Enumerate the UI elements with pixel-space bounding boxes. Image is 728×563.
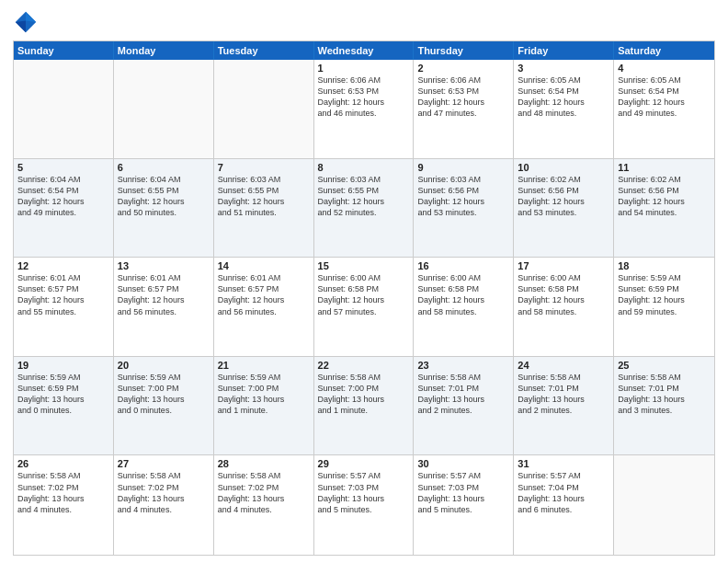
calendar-row-0: 1Sunrise: 6:06 AM Sunset: 6:53 PM Daylig… bbox=[14, 60, 714, 159]
day-number: 19 bbox=[17, 360, 109, 371]
day-cell-8: 8Sunrise: 6:03 AM Sunset: 6:55 PM Daylig… bbox=[314, 159, 415, 258]
day-info: Sunrise: 5:58 AM Sunset: 7:00 PM Dayligh… bbox=[318, 372, 410, 417]
page: SundayMondayTuesdayWednesdayThursdayFrid… bbox=[0, 0, 728, 563]
day-number: 13 bbox=[118, 260, 210, 271]
day-cell-17: 17Sunrise: 6:00 AM Sunset: 6:58 PM Dayli… bbox=[514, 258, 614, 356]
day-cell-26: 26Sunrise: 5:58 AM Sunset: 7:02 PM Dayli… bbox=[14, 455, 114, 555]
empty-cell-0-1 bbox=[114, 60, 214, 158]
day-cell-11: 11Sunrise: 6:02 AM Sunset: 6:56 PM Dayli… bbox=[614, 159, 714, 258]
day-number: 9 bbox=[417, 162, 509, 173]
day-info: Sunrise: 6:03 AM Sunset: 6:55 PM Dayligh… bbox=[318, 174, 410, 219]
day-cell-30: 30Sunrise: 5:57 AM Sunset: 7:03 PM Dayli… bbox=[414, 455, 514, 555]
day-cell-5: 5Sunrise: 6:04 AM Sunset: 6:54 PM Daylig… bbox=[14, 159, 114, 258]
empty-cell-0-2 bbox=[214, 60, 314, 158]
day-number: 28 bbox=[218, 458, 310, 469]
day-number: 30 bbox=[417, 458, 509, 469]
day-number: 16 bbox=[417, 260, 509, 271]
day-info: Sunrise: 6:06 AM Sunset: 6:53 PM Dayligh… bbox=[318, 75, 410, 120]
day-number: 29 bbox=[318, 458, 410, 469]
day-cell-29: 29Sunrise: 5:57 AM Sunset: 7:03 PM Dayli… bbox=[314, 455, 415, 555]
day-cell-12: 12Sunrise: 6:01 AM Sunset: 6:57 PM Dayli… bbox=[14, 258, 114, 356]
day-info: Sunrise: 6:01 AM Sunset: 6:57 PM Dayligh… bbox=[118, 272, 210, 317]
calendar-body: 1Sunrise: 6:06 AM Sunset: 6:53 PM Daylig… bbox=[14, 60, 714, 555]
day-info: Sunrise: 5:58 AM Sunset: 7:02 PM Dayligh… bbox=[218, 470, 310, 515]
day-cell-10: 10Sunrise: 6:02 AM Sunset: 6:56 PM Dayli… bbox=[514, 159, 614, 258]
day-info: Sunrise: 6:00 AM Sunset: 6:58 PM Dayligh… bbox=[518, 272, 609, 317]
calendar-row-1: 5Sunrise: 6:04 AM Sunset: 6:54 PM Daylig… bbox=[14, 159, 714, 259]
day-cell-2: 2Sunrise: 6:06 AM Sunset: 6:53 PM Daylig… bbox=[414, 60, 514, 158]
day-cell-25: 25Sunrise: 5:58 AM Sunset: 7:01 PM Dayli… bbox=[614, 357, 714, 455]
day-info: Sunrise: 5:57 AM Sunset: 7:03 PM Dayligh… bbox=[318, 470, 410, 515]
calendar-row-4: 26Sunrise: 5:58 AM Sunset: 7:02 PM Dayli… bbox=[14, 455, 714, 555]
day-cell-19: 19Sunrise: 5:59 AM Sunset: 6:59 PM Dayli… bbox=[14, 357, 114, 455]
day-number: 22 bbox=[318, 360, 410, 371]
day-number: 1 bbox=[318, 63, 410, 74]
header-cell-thursday: Thursday bbox=[414, 41, 514, 60]
day-number: 6 bbox=[118, 162, 210, 173]
day-info: Sunrise: 6:00 AM Sunset: 6:58 PM Dayligh… bbox=[417, 272, 509, 317]
day-cell-24: 24Sunrise: 5:58 AM Sunset: 7:01 PM Dayli… bbox=[514, 357, 614, 455]
day-number: 8 bbox=[318, 162, 410, 173]
header-cell-saturday: Saturday bbox=[614, 41, 714, 60]
day-info: Sunrise: 5:59 AM Sunset: 7:00 PM Dayligh… bbox=[118, 372, 210, 417]
day-cell-27: 27Sunrise: 5:58 AM Sunset: 7:02 PM Dayli… bbox=[114, 455, 214, 555]
day-cell-20: 20Sunrise: 5:59 AM Sunset: 7:00 PM Dayli… bbox=[114, 357, 214, 455]
day-info: Sunrise: 5:57 AM Sunset: 7:04 PM Dayligh… bbox=[518, 470, 609, 515]
day-number: 5 bbox=[17, 162, 109, 173]
day-number: 24 bbox=[518, 360, 609, 371]
logo bbox=[13, 9, 42, 35]
logo-icon bbox=[13, 9, 39, 35]
empty-cell-4-6 bbox=[614, 455, 714, 555]
day-cell-6: 6Sunrise: 6:04 AM Sunset: 6:55 PM Daylig… bbox=[114, 159, 214, 258]
calendar-row-2: 12Sunrise: 6:01 AM Sunset: 6:57 PM Dayli… bbox=[14, 258, 714, 357]
day-cell-16: 16Sunrise: 6:00 AM Sunset: 6:58 PM Dayli… bbox=[414, 258, 514, 356]
day-info: Sunrise: 5:57 AM Sunset: 7:03 PM Dayligh… bbox=[417, 470, 509, 515]
day-info: Sunrise: 6:03 AM Sunset: 6:55 PM Dayligh… bbox=[218, 174, 310, 219]
day-cell-23: 23Sunrise: 5:58 AM Sunset: 7:01 PM Dayli… bbox=[414, 357, 514, 455]
day-number: 12 bbox=[17, 260, 109, 271]
day-cell-22: 22Sunrise: 5:58 AM Sunset: 7:00 PM Dayli… bbox=[314, 357, 415, 455]
header-cell-monday: Monday bbox=[114, 41, 214, 60]
day-info: Sunrise: 6:06 AM Sunset: 6:53 PM Dayligh… bbox=[417, 75, 509, 120]
day-info: Sunrise: 5:59 AM Sunset: 6:59 PM Dayligh… bbox=[618, 272, 711, 317]
day-number: 2 bbox=[417, 63, 509, 74]
header-cell-friday: Friday bbox=[514, 41, 614, 60]
day-number: 18 bbox=[618, 260, 711, 271]
day-cell-31: 31Sunrise: 5:57 AM Sunset: 7:04 PM Dayli… bbox=[514, 455, 614, 555]
svg-marker-1 bbox=[26, 12, 36, 22]
day-number: 14 bbox=[218, 260, 310, 271]
calendar-row-3: 19Sunrise: 5:59 AM Sunset: 6:59 PM Dayli… bbox=[14, 357, 714, 456]
header-cell-sunday: Sunday bbox=[14, 41, 114, 60]
day-info: Sunrise: 6:01 AM Sunset: 6:57 PM Dayligh… bbox=[17, 272, 109, 317]
day-info: Sunrise: 5:58 AM Sunset: 7:01 PM Dayligh… bbox=[518, 372, 609, 417]
day-cell-21: 21Sunrise: 5:59 AM Sunset: 7:00 PM Dayli… bbox=[214, 357, 314, 455]
day-number: 7 bbox=[218, 162, 310, 173]
day-info: Sunrise: 6:04 AM Sunset: 6:55 PM Dayligh… bbox=[118, 174, 210, 219]
day-cell-28: 28Sunrise: 5:58 AM Sunset: 7:02 PM Dayli… bbox=[214, 455, 314, 555]
day-number: 25 bbox=[618, 360, 711, 371]
header-cell-tuesday: Tuesday bbox=[214, 41, 314, 60]
day-number: 4 bbox=[618, 63, 711, 74]
day-cell-1: 1Sunrise: 6:06 AM Sunset: 6:53 PM Daylig… bbox=[314, 60, 415, 158]
day-info: Sunrise: 6:04 AM Sunset: 6:54 PM Dayligh… bbox=[17, 174, 109, 219]
day-cell-4: 4Sunrise: 6:05 AM Sunset: 6:54 PM Daylig… bbox=[614, 60, 714, 158]
day-number: 17 bbox=[518, 260, 609, 271]
day-info: Sunrise: 6:05 AM Sunset: 6:54 PM Dayligh… bbox=[618, 75, 711, 120]
day-number: 10 bbox=[518, 162, 609, 173]
day-info: Sunrise: 6:01 AM Sunset: 6:57 PM Dayligh… bbox=[218, 272, 310, 317]
day-info: Sunrise: 6:02 AM Sunset: 6:56 PM Dayligh… bbox=[518, 174, 609, 219]
day-number: 27 bbox=[118, 458, 210, 469]
day-info: Sunrise: 6:03 AM Sunset: 6:56 PM Dayligh… bbox=[417, 174, 509, 219]
day-info: Sunrise: 5:58 AM Sunset: 7:02 PM Dayligh… bbox=[118, 470, 210, 515]
day-cell-14: 14Sunrise: 6:01 AM Sunset: 6:57 PM Dayli… bbox=[214, 258, 314, 356]
day-info: Sunrise: 5:59 AM Sunset: 7:00 PM Dayligh… bbox=[218, 372, 310, 417]
day-number: 20 bbox=[118, 360, 210, 371]
day-number: 11 bbox=[618, 162, 711, 173]
day-cell-15: 15Sunrise: 6:00 AM Sunset: 6:58 PM Dayli… bbox=[314, 258, 415, 356]
svg-marker-2 bbox=[16, 21, 26, 33]
day-info: Sunrise: 6:00 AM Sunset: 6:58 PM Dayligh… bbox=[318, 272, 410, 317]
day-number: 21 bbox=[218, 360, 310, 371]
day-info: Sunrise: 5:59 AM Sunset: 6:59 PM Dayligh… bbox=[17, 372, 109, 417]
day-cell-3: 3Sunrise: 6:05 AM Sunset: 6:54 PM Daylig… bbox=[514, 60, 614, 158]
day-info: Sunrise: 6:02 AM Sunset: 6:56 PM Dayligh… bbox=[618, 174, 711, 219]
